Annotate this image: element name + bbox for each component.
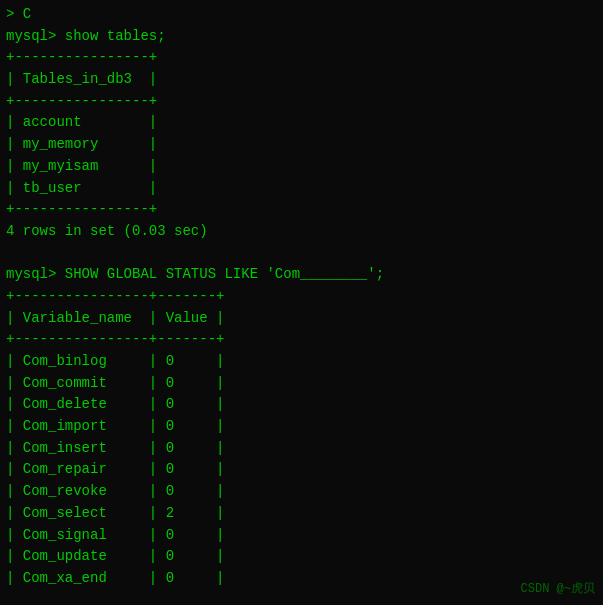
status-sep2: +----------------+-------+: [0, 329, 603, 351]
status-row-signal: | Com_signal | 0 |: [0, 525, 603, 547]
status-row-delete: | Com_delete | 0 |: [0, 394, 603, 416]
table-row-tb-user: | tb_user |: [0, 178, 603, 200]
prev-cmd-text: > C: [6, 6, 31, 22]
status-sep1: +----------------+-------+: [0, 286, 603, 308]
table-row-my-memory: | my_memory |: [0, 134, 603, 156]
status-header-row: | Variable_name | Value |: [0, 308, 603, 330]
previous-cmd-line: > C: [0, 4, 603, 26]
header1-text: | Tables_in_db3 |: [6, 71, 157, 87]
show-tables-cmd: mysql> show tables;: [0, 26, 603, 48]
table-header-row: | Tables_in_db3 |: [0, 69, 603, 91]
status-row-repair: | Com_repair | 0 |: [0, 459, 603, 481]
show-status-cmd: mysql> SHOW GLOBAL STATUS LIKE 'Com_____…: [0, 264, 603, 286]
table-row-my-myisam: | my_myisam |: [0, 156, 603, 178]
status-row-insert: | Com_insert | 0 |: [0, 438, 603, 460]
table-row-account: | account |: [0, 112, 603, 134]
status-row-xa-end: | Com_xa_end | 0 |: [0, 568, 603, 590]
watermark-text: CSDN @~虎贝: [521, 580, 595, 597]
status-row-select: | Com_select | 2 |: [0, 503, 603, 525]
status-row-import: | Com_import | 0 |: [0, 416, 603, 438]
cmd2-text: mysql> SHOW GLOBAL STATUS LIKE 'Com_____…: [6, 266, 384, 282]
blank-line: [0, 243, 603, 265]
status-row-binlog: | Com_binlog | 0 |: [0, 351, 603, 373]
status-row-commit: | Com_commit | 0 |: [0, 373, 603, 395]
terminal-window: > C mysql> show tables; +---------------…: [0, 0, 603, 605]
status-row-revoke: | Com_revoke | 0 |: [0, 481, 603, 503]
sep2: +----------------+: [0, 91, 603, 113]
status-row-update: | Com_update | 0 |: [0, 546, 603, 568]
result1-text: 4 rows in set (0.03 sec): [0, 221, 603, 243]
sep1: +----------------+: [0, 47, 603, 69]
sep3: +----------------+: [0, 199, 603, 221]
cmd1-text: mysql> show tables;: [6, 28, 166, 44]
